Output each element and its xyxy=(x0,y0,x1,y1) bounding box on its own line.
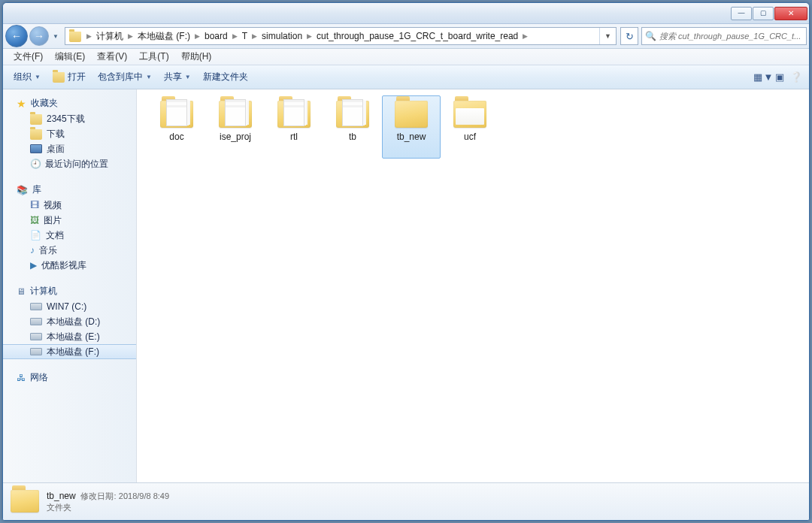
folder-icon xyxy=(336,101,369,128)
drive-icon xyxy=(30,348,42,355)
menu-tools[interactable]: 工具(T) xyxy=(133,49,174,65)
sidebar-item-videos[interactable]: 🎞视频 xyxy=(3,198,136,213)
libraries-header[interactable]: 📚库 xyxy=(3,182,136,198)
history-dropdown[interactable]: ▼ xyxy=(50,26,61,46)
breadcrumb-item[interactable]: board xyxy=(201,29,231,43)
drive-icon xyxy=(30,303,42,310)
refresh-button[interactable]: ↻ xyxy=(620,27,638,45)
explorer-window: — ▢ ✕ ← → ▼ ▶ 计算机 ▶ 本地磁盘 (F:) ▶ board ▶ … xyxy=(2,2,810,521)
file-item[interactable]: doc xyxy=(147,95,206,159)
sidebar-item-drive-d[interactable]: 本地磁盘 (D:) xyxy=(3,314,136,329)
selected-kind: 文件夹 xyxy=(47,502,169,513)
drive-icon xyxy=(30,318,42,325)
sidebar-item-music[interactable]: ♪音乐 xyxy=(3,243,136,258)
file-label: rtl xyxy=(290,132,298,142)
breadcrumb-item[interactable]: simulation xyxy=(259,29,305,43)
arrow-right-icon: → xyxy=(34,30,44,42)
minimize-button[interactable]: — xyxy=(731,7,752,20)
menu-edit[interactable]: 编辑(E) xyxy=(49,49,91,65)
chevron-right-icon[interactable]: ▶ xyxy=(193,32,201,40)
menu-bar: 文件(F) 编辑(E) 查看(V) 工具(T) 帮助(H) xyxy=(3,49,809,65)
file-label: tb xyxy=(349,132,356,142)
desktop-icon xyxy=(30,144,42,153)
star-icon: ★ xyxy=(17,98,26,109)
folder-icon xyxy=(395,101,428,128)
forward-button[interactable]: → xyxy=(29,26,49,46)
selected-date: 2018/9/8 8:49 xyxy=(119,491,169,500)
music-icon: ♪ xyxy=(30,245,35,255)
sidebar-item-download1[interactable]: 2345下载 xyxy=(3,111,136,126)
youku-icon: ▶ xyxy=(30,260,37,271)
folder-icon xyxy=(453,101,486,128)
arrow-left-icon: ← xyxy=(11,30,22,42)
sidebar-item-pictures[interactable]: 🖼图片 xyxy=(3,213,136,228)
folder-open-icon xyxy=(53,72,65,83)
folder-icon xyxy=(68,29,83,44)
document-icon: 📄 xyxy=(30,230,41,240)
organize-button[interactable]: 组织▼ xyxy=(8,68,47,86)
menu-file[interactable]: 文件(F) xyxy=(8,49,49,65)
file-item[interactable]: ise_proj xyxy=(206,95,265,159)
drive-icon xyxy=(30,333,42,340)
computer-header[interactable]: 🖥计算机 xyxy=(3,283,136,299)
menu-view[interactable]: 查看(V) xyxy=(91,49,133,65)
sidebar-item-desktop[interactable]: 桌面 xyxy=(3,141,136,156)
chevron-right-icon[interactable]: ▶ xyxy=(85,32,93,40)
search-input[interactable] xyxy=(659,32,803,41)
computer-icon: 🖥 xyxy=(17,286,26,297)
sidebar-item-youku[interactable]: ▶优酷影视库 xyxy=(3,258,136,273)
file-label: ucf xyxy=(464,132,476,142)
date-label: 修改日期: xyxy=(80,491,116,500)
open-button[interactable]: 打开 xyxy=(47,68,92,86)
titlebar: — ▢ ✕ xyxy=(3,3,809,24)
file-label: ise_proj xyxy=(220,132,251,142)
preview-pane-button[interactable]: ▣ xyxy=(771,70,788,84)
chevron-down-icon: ▼ xyxy=(185,74,191,80)
library-icon: 📚 xyxy=(17,185,28,195)
maximize-button[interactable]: ▢ xyxy=(753,7,774,20)
address-bar[interactable]: ▶ 计算机 ▶ 本地磁盘 (F:) ▶ board ▶ T ▶ simulati… xyxy=(65,27,617,45)
breadcrumb-item[interactable]: 计算机 xyxy=(93,29,126,44)
sidebar-item-documents[interactable]: 📄文档 xyxy=(3,228,136,243)
chevron-right-icon[interactable]: ▶ xyxy=(250,32,259,40)
address-dropdown[interactable]: ▼ xyxy=(599,28,616,44)
navigation-pane: ★收藏夹 2345下载 下载 桌面 🕘最近访问的位置 📚库 🎞视频 🖼图片 📄文… xyxy=(3,89,137,482)
chevron-right-icon[interactable]: ▶ xyxy=(521,32,529,40)
breadcrumb: ▶ 计算机 ▶ 本地磁盘 (F:) ▶ board ▶ T ▶ simulati… xyxy=(85,29,599,44)
include-library-button[interactable]: 包含到库中▼ xyxy=(92,68,158,86)
chevron-right-icon[interactable]: ▶ xyxy=(231,32,239,40)
back-button[interactable]: ← xyxy=(5,25,28,47)
file-item[interactable]: tb xyxy=(323,95,382,159)
file-list[interactable]: docise_projrtltbtb_newucf xyxy=(137,89,809,482)
picture-icon: 🖼 xyxy=(30,215,39,225)
sidebar-item-drive-f[interactable]: 本地磁盘 (F:) xyxy=(3,344,136,359)
chevron-right-icon[interactable]: ▶ xyxy=(305,32,314,40)
file-item[interactable]: ucf xyxy=(441,95,499,159)
search-box[interactable]: 🔍 xyxy=(641,27,807,45)
navigation-bar: ← → ▼ ▶ 计算机 ▶ 本地磁盘 (F:) ▶ board ▶ T ▶ si… xyxy=(3,24,809,49)
breadcrumb-item[interactable]: 本地磁盘 (F:) xyxy=(135,29,193,44)
sidebar-item-downloads[interactable]: 下载 xyxy=(3,126,136,141)
folder-icon xyxy=(30,114,42,125)
details-pane: tb_new 修改日期: 2018/9/8 8:49 文件夹 xyxy=(3,482,809,520)
new-folder-button[interactable]: 新建文件夹 xyxy=(197,68,254,86)
file-label: tb_new xyxy=(397,132,426,142)
file-item[interactable]: rtl xyxy=(265,95,323,159)
breadcrumb-item[interactable]: cut_through_pause_1G_CRC_t_board_write_r… xyxy=(314,29,521,43)
sidebar-item-drive-e[interactable]: 本地磁盘 (E:) xyxy=(3,329,136,344)
chevron-down-icon: ▼ xyxy=(35,74,41,80)
sidebar-item-drive-c[interactable]: WIN7 (C:) xyxy=(3,299,136,314)
menu-help[interactable]: 帮助(H) xyxy=(175,49,218,65)
selected-name: tb_new xyxy=(47,491,76,501)
chevron-right-icon[interactable]: ▶ xyxy=(126,32,135,40)
network-header[interactable]: 🖧网络 xyxy=(3,370,136,385)
close-button[interactable]: ✕ xyxy=(774,7,807,20)
sidebar-item-recent[interactable]: 🕘最近访问的位置 xyxy=(3,156,136,171)
favorites-header[interactable]: ★收藏夹 xyxy=(3,95,136,111)
share-button[interactable]: 共享▼ xyxy=(158,68,197,86)
help-button[interactable]: ❔ xyxy=(788,70,804,84)
view-options-button[interactable]: ▦ ▼ xyxy=(755,70,771,84)
folder-icon xyxy=(219,101,252,128)
file-item[interactable]: tb_new xyxy=(382,95,441,159)
breadcrumb-item[interactable]: T xyxy=(239,29,250,43)
